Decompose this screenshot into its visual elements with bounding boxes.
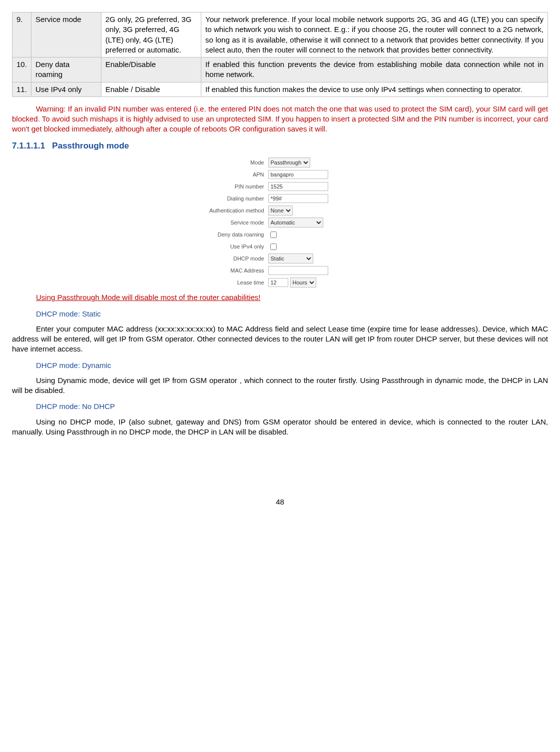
page-number: 48 — [12, 497, 548, 507]
section-heading: 7.1.1.1.1 Passthrough mode — [12, 140, 548, 152]
row-name: Use IPv4 only — [31, 82, 101, 96]
apn-input[interactable] — [268, 170, 328, 179]
row-number: 9. — [12, 12, 31, 58]
mode-label: Mode — [180, 159, 265, 166]
section-number: 7.1.1.1.1 — [12, 141, 45, 150]
passthrough-warning: Using Passthrough Mode will disable most… — [12, 292, 548, 302]
row-name: Deny data roaming — [31, 58, 101, 82]
row-value: Enable/Disable — [101, 58, 201, 82]
table-row: 10. Deny data roaming Enable/Disable If … — [12, 58, 548, 82]
lease-time-input[interactable] — [268, 278, 288, 287]
roaming-checkbox[interactable] — [270, 232, 277, 238]
row-description: Your network preference. If your local m… — [201, 12, 548, 58]
mode-select[interactable]: Passthrough — [268, 158, 310, 168]
service-mode-select[interactable]: Automatic — [268, 218, 323, 228]
row-name: Service mode — [31, 12, 101, 58]
row-value: 2G only, 2G preferred, 3G only, 3G prefe… — [101, 12, 201, 58]
table-row: 9. Service mode 2G only, 2G preferred, 3… — [12, 12, 548, 58]
dialing-input[interactable] — [268, 194, 328, 203]
row-number: 10. — [12, 58, 31, 82]
dhcp-mode-label: DHCP mode — [180, 255, 265, 262]
parameter-table: 9. Service mode 2G only, 2G preferred, 3… — [12, 12, 548, 97]
section-title: Passthrough mode — [52, 141, 129, 150]
dhcp-static-body: Enter your computer MAC address (xx:xx:x… — [12, 324, 548, 354]
dhcp-static-heading: DHCP mode: Static — [12, 309, 548, 319]
row-description: If enabled this function makes the devic… — [201, 82, 548, 96]
apn-label: APN — [180, 171, 265, 178]
roaming-label: Deny data roaming — [180, 231, 265, 238]
table-row: 11. Use IPv4 only Enable / Disable If en… — [12, 82, 548, 96]
row-description: If enabled this function prevents the de… — [201, 58, 548, 82]
mac-address-input[interactable] — [268, 266, 328, 275]
ipv4-checkbox[interactable] — [270, 244, 277, 250]
ipv4-label: Use IPv4 only — [180, 243, 265, 250]
dhcp-dynamic-heading: DHCP mode: Dynamic — [12, 360, 548, 370]
service-mode-label: Service mode — [180, 219, 265, 226]
lease-unit-select[interactable]: Hours — [290, 278, 316, 288]
auth-label: Authentication method — [180, 207, 265, 214]
pin-label: PIN number — [180, 183, 265, 190]
lease-time-label: Lease time — [180, 279, 265, 286]
row-number: 11. — [12, 82, 31, 96]
dhcp-mode-select[interactable]: Static — [268, 254, 313, 264]
dhcp-dynamic-body: Using Dynamic mode, device will get IP f… — [12, 376, 548, 396]
row-value: Enable / Disable — [101, 82, 201, 96]
pin-input[interactable] — [268, 182, 328, 191]
auth-select[interactable]: None — [268, 206, 293, 216]
passthrough-config-form: Mode Passthrough APN PIN number Dialing … — [180, 156, 380, 288]
warning-paragraph: Warning: If an invalid PIN number was en… — [12, 104, 548, 134]
dialing-label: Dialing number — [180, 195, 265, 202]
mac-address-label: MAC Address — [180, 267, 265, 274]
dhcp-nodhcp-heading: DHCP mode: No DHCP — [12, 402, 548, 412]
dhcp-nodhcp-body: Using no DHCP mode, IP (also subnet, gat… — [12, 417, 548, 438]
